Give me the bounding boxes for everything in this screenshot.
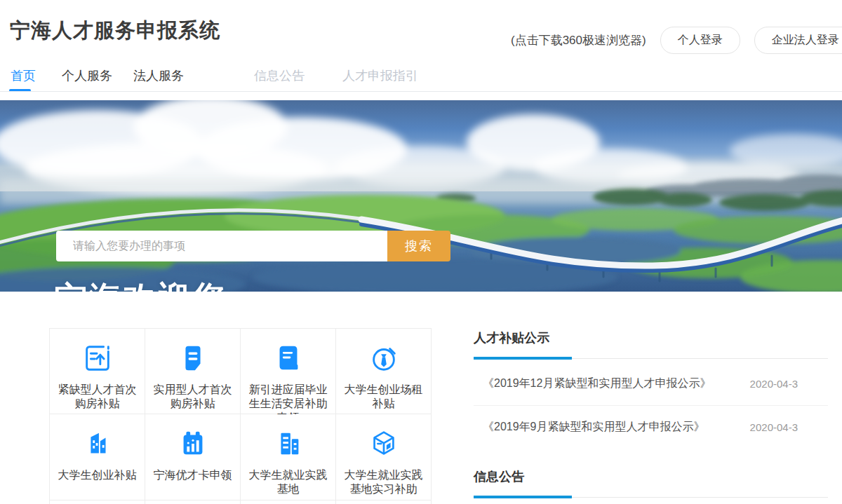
announcements-panel: 人才补贴公示 《2019年12月紧缺型和实用型人才申报公示》 2020-04-3… xyxy=(474,329,828,499)
hero-banner: 宁海欢迎您 xyxy=(0,100,842,292)
nav-item-announcements[interactable]: 信息公告 xyxy=(254,67,305,84)
page: 宁海人才服务申报系统 (点击下载360极速浏览器) 个人登录 企业法人登录 首页… xyxy=(0,0,842,504)
service-item-practical-talent-housing[interactable]: 实用型人才首次购房补贴 xyxy=(145,329,241,414)
service-item-empty xyxy=(145,500,241,504)
services-grid: 紧缺型人才首次购房补贴 实用型人才首次购房补贴 xyxy=(49,328,432,504)
service-item-employment-practice-base[interactable]: 大学生就业实践基地 xyxy=(241,414,336,500)
nav-item-talent-guide[interactable]: 人才申报指引 xyxy=(342,67,418,84)
header-actions: (点击下载360极速浏览器) 个人登录 企业法人登录 xyxy=(511,27,842,54)
section-title-rule xyxy=(474,357,828,360)
document-icon xyxy=(145,342,240,376)
service-item-shortage-talent-housing[interactable]: 紧缺型人才首次购房补贴 xyxy=(50,329,145,414)
section-title-rule xyxy=(474,496,828,499)
search-input[interactable] xyxy=(56,231,387,261)
download-browser-link[interactable]: (点击下载360极速浏览器) xyxy=(511,32,646,48)
doc-export-icon xyxy=(50,342,145,376)
nav-item-legal-services[interactable]: 法人服务 xyxy=(133,67,184,84)
info-section-title: 信息公告 xyxy=(474,468,828,485)
buildings-icon xyxy=(50,428,145,461)
welcome-text: 宁海欢迎您 xyxy=(55,277,227,292)
service-item-practice-base-internship-subsidy[interactable]: 大学生就业实践基地实习补助 xyxy=(336,414,432,500)
service-item-student-startup-rent-subsidy[interactable]: 大学生创业场租补贴 xyxy=(336,329,432,414)
service-item-empty xyxy=(336,500,432,504)
service-item-youcai-card[interactable]: 宁海优才卡申领 xyxy=(145,414,241,500)
subsidy-section-title: 人才补贴公示 xyxy=(474,329,828,346)
scroll-icon xyxy=(241,342,335,376)
notice-date: 2020-04-3 xyxy=(750,378,798,390)
subsidy-notice-list: 《2019年12月紧缺型和实用型人才申报公示》 2020-04-3 《2019年… xyxy=(474,362,828,449)
service-item-graduate-settlement-subsidy[interactable]: 新引进应届毕业生生活安居补助申领 xyxy=(241,329,336,414)
nav-item-home[interactable]: 首页 xyxy=(11,67,36,84)
notice-title[interactable]: 《2019年9月紧缺型和实用型人才申报公示》 xyxy=(483,420,705,435)
notice-row[interactable]: 《2019年12月紧缺型和实用型人才申报公示》 2020-04-3 xyxy=(474,362,828,405)
card-chart-icon xyxy=(145,428,240,461)
main-nav: 首页 个人服务 法人服务 信息公告 人才申报指引 xyxy=(0,67,842,93)
notice-row[interactable]: 《2019年9月紧缺型和实用型人才申报公示》 2020-04-3 xyxy=(474,405,828,449)
personal-login-button[interactable]: 个人登录 xyxy=(660,27,740,54)
nav-item-personal-services[interactable]: 个人服务 xyxy=(62,67,112,84)
service-item-empty xyxy=(241,500,336,504)
site-title: 宁海人才服务申报系统 xyxy=(10,17,220,45)
office-buildings-icon xyxy=(241,428,335,461)
search-bar: 搜索 xyxy=(56,231,450,261)
banner-photo xyxy=(0,100,842,292)
service-item-student-startup-subsidy[interactable]: 大学生创业补贴 xyxy=(50,414,145,500)
enterprise-login-button[interactable]: 企业法人登录 xyxy=(754,27,842,54)
cube-icon xyxy=(336,428,431,461)
tie-circle-icon xyxy=(336,342,431,376)
search-button[interactable]: 搜索 xyxy=(387,231,450,261)
notice-title[interactable]: 《2019年12月紧缺型和实用型人才申报公示》 xyxy=(483,376,711,391)
notice-date: 2020-04-3 xyxy=(750,421,798,433)
nav-divider xyxy=(0,91,842,92)
service-item-empty xyxy=(50,500,145,504)
